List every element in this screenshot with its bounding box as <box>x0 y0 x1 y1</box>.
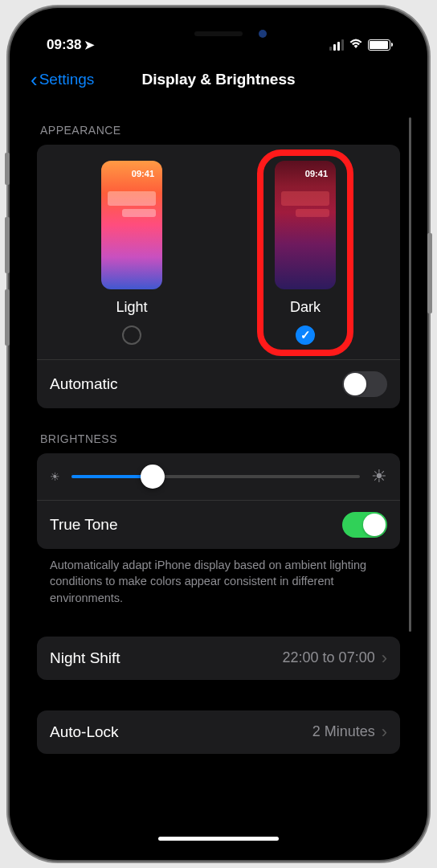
night-shift-panel: Night Shift 22:00 to 07:00 › <box>37 637 400 680</box>
dark-theme-thumbnail: 09:41 <box>275 161 336 289</box>
dark-radio[interactable] <box>296 326 315 345</box>
nav-bar: ‹ Settings Display & Brightness <box>22 59 415 100</box>
night-shift-label: Night Shift <box>50 649 120 667</box>
location-arrow-icon: ➤ <box>84 38 95 52</box>
back-label: Settings <box>39 71 95 88</box>
light-label: Light <box>116 299 147 316</box>
chevron-right-icon: › <box>382 722 387 743</box>
brightness-slider[interactable] <box>71 475 360 478</box>
theme-option-light[interactable]: 09:41 Light <box>101 161 162 345</box>
appearance-panel: 09:41 Light 09:41 Dark <box>37 145 400 408</box>
screen: 09:38 ➤ ‹ Settings Display & Brightness <box>22 21 415 847</box>
power-button[interactable] <box>427 233 432 313</box>
true-tone-footer: Automatically adapt iPhone display based… <box>37 549 400 606</box>
chevron-left-icon: ‹ <box>31 69 38 90</box>
volume-down-button[interactable] <box>5 289 10 346</box>
light-theme-thumbnail: 09:41 <box>101 161 162 289</box>
chevron-right-icon: › <box>382 648 387 669</box>
auto-lock-row[interactable]: Auto-Lock 2 Minutes › <box>37 710 400 754</box>
content: APPEARANCE 09:41 Light 09:41 <box>22 100 415 847</box>
true-tone-label: True Tone <box>50 516 118 534</box>
auto-lock-value: 2 Minutes <box>312 723 375 740</box>
light-radio[interactable] <box>122 326 141 345</box>
page-title: Display & Brightness <box>141 71 295 88</box>
night-shift-row[interactable]: Night Shift 22:00 to 07:00 › <box>37 637 400 680</box>
volume-up-button[interactable] <box>5 217 10 273</box>
battery-icon <box>368 39 390 51</box>
dark-label: Dark <box>290 299 321 316</box>
status-time: 09:38 <box>47 37 81 53</box>
home-indicator[interactable] <box>158 837 279 841</box>
appearance-header: APPEARANCE <box>37 100 400 145</box>
mute-switch[interactable] <box>5 153 10 185</box>
true-tone-row: True Tone <box>37 500 400 549</box>
sun-small-icon: ☀ <box>50 470 60 483</box>
auto-lock-panel: Auto-Lock 2 Minutes › <box>37 710 400 754</box>
night-shift-value: 22:00 to 07:00 <box>283 649 375 666</box>
cellular-signal-icon <box>329 39 344 51</box>
sun-large-icon: ☀ <box>371 466 387 487</box>
brightness-slider-row: ☀ ☀ <box>37 453 400 500</box>
notch <box>134 21 303 47</box>
automatic-row: Automatic <box>37 359 400 408</box>
automatic-label: Automatic <box>50 375 117 393</box>
brightness-slider-thumb[interactable] <box>141 465 165 489</box>
back-button[interactable]: ‹ Settings <box>31 69 94 90</box>
wifi-icon <box>349 38 363 52</box>
phone-frame: 09:38 ➤ ‹ Settings Display & Brightness <box>10 8 427 860</box>
brightness-header: BRIGHTNESS <box>37 408 400 453</box>
automatic-toggle[interactable] <box>342 371 387 397</box>
brightness-panel: ☀ ☀ True Tone <box>37 453 400 549</box>
auto-lock-label: Auto-Lock <box>50 723 119 741</box>
scroll-indicator[interactable] <box>409 117 411 632</box>
theme-option-dark[interactable]: 09:41 Dark <box>275 161 336 345</box>
true-tone-toggle[interactable] <box>342 512 387 538</box>
